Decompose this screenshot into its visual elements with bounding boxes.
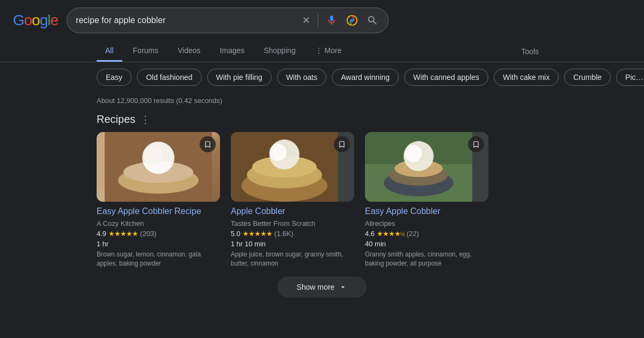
section-menu-icon[interactable]: ⋮: [141, 114, 150, 126]
stars-3: ★★★★½: [377, 230, 404, 238]
filter-chips: Easy Old fashioned With pie filling With…: [0, 62, 644, 92]
card-image-2: [231, 132, 354, 202]
chip-canned-apples[interactable]: With canned apples: [404, 69, 488, 86]
chip-easy[interactable]: Easy: [97, 69, 131, 86]
search-icon: [367, 14, 378, 26]
bookmark-icon-1: [204, 141, 211, 148]
show-more-label: Show more: [297, 283, 335, 291]
bookmark-button-3[interactable]: [468, 136, 484, 152]
show-more-button[interactable]: Show more: [277, 276, 367, 298]
recipe-card-1[interactable]: Easy Apple Cobbler Recipe A Cozy Kitchen…: [97, 132, 220, 268]
svg-point-18: [405, 145, 422, 162]
tab-shopping[interactable]: Shopping: [255, 41, 304, 62]
card-time-2: 1 hr 10 min: [231, 240, 354, 248]
card-source-1: A Cozy Kitchen: [97, 219, 220, 227]
show-more-row: Show more: [97, 276, 547, 303]
bookmark-icon-2: [338, 141, 346, 148]
results-count: About 12,900,000 results (0.42 seconds): [0, 94, 644, 107]
lens-icon: [346, 14, 358, 26]
chip-more[interactable]: Pic…: [616, 69, 644, 86]
bookmark-button-1[interactable]: [200, 136, 216, 152]
rating-count-1: (203): [140, 230, 156, 238]
section-title: Recipes: [97, 113, 135, 126]
header: Google ✕: [0, 0, 644, 41]
microphone-icon: [326, 14, 338, 26]
tab-more[interactable]: ⋮ More: [306, 41, 350, 62]
card-title-1[interactable]: Easy Apple Cobbler Recipe: [97, 206, 220, 217]
card-ingredients-1: Brown sugar, lemon, cinnamon, gala apple…: [97, 250, 220, 268]
lens-button[interactable]: [345, 13, 359, 27]
card-ingredients-2: Apple juice, brown sugar, granny smith, …: [231, 250, 354, 268]
recipe-card-3[interactable]: Easy Apple Cobbler Allrecipes 4.6 ★★★★½ …: [365, 132, 488, 268]
card-title-2[interactable]: Apple Cobbler: [231, 206, 354, 217]
clear-button[interactable]: ✕: [301, 13, 311, 27]
svg-point-5: [143, 146, 163, 165]
chip-crumble[interactable]: Crumble: [564, 69, 611, 86]
svg-point-11: [269, 144, 287, 161]
chip-old-fashioned[interactable]: Old fashioned: [137, 69, 201, 86]
voice-search-button[interactable]: [325, 13, 339, 27]
recipes-section: Recipes ⋮: [0, 107, 644, 303]
stars-1: ★★★★★: [108, 230, 138, 238]
card-rating-2: 5.0 ★★★★★ (1.6K): [231, 230, 354, 238]
tab-tools[interactable]: Tools: [513, 42, 547, 61]
chip-award-winning[interactable]: Award winning: [332, 69, 399, 86]
google-logo: Google: [13, 12, 58, 29]
card-time-1: 1 hr: [97, 240, 220, 248]
card-rating-1: 4.9 ★★★★★ (203): [97, 230, 220, 238]
card-source-3: Allrecipes: [365, 219, 488, 227]
card-source-2: Tastes Better From Scratch: [231, 219, 354, 227]
card-ingredients-3: Granny smith apples, cinnamon, egg, baki…: [365, 250, 488, 268]
card-rating-3: 4.6 ★★★★½ (22): [365, 230, 488, 238]
bookmark-button-2[interactable]: [334, 136, 350, 152]
section-header: Recipes ⋮: [97, 113, 547, 126]
rating-count-2: (1.6K): [274, 230, 293, 238]
tab-forums[interactable]: Forums: [125, 41, 167, 62]
chip-oats[interactable]: With oats: [277, 69, 326, 86]
recipe-cards: Easy Apple Cobbler Recipe A Cozy Kitchen…: [97, 132, 547, 268]
search-input[interactable]: [76, 16, 296, 25]
search-submit-button[interactable]: [365, 13, 379, 27]
rating-count-3: (22): [406, 230, 419, 238]
tab-videos[interactable]: Videos: [169, 41, 209, 62]
chip-cake-mix[interactable]: With cake mix: [494, 69, 559, 86]
search-bar: ✕: [67, 8, 389, 33]
recipe-card-2[interactable]: Apple Cobbler Tastes Better From Scratch…: [231, 132, 354, 268]
chevron-down-icon: [339, 283, 347, 291]
search-divider: [318, 14, 318, 27]
tab-images[interactable]: Images: [211, 41, 253, 62]
card-image-1: [97, 132, 220, 202]
card-image-3: [365, 132, 488, 202]
nav-tabs: All Forums Videos Images Shopping ⋮ More…: [0, 41, 644, 62]
card-time-3: 40 min: [365, 240, 488, 248]
search-icons: ✕: [301, 13, 379, 27]
chip-pie-filling[interactable]: With pie filling: [207, 69, 272, 86]
tab-all[interactable]: All: [97, 41, 122, 62]
bookmark-icon-3: [472, 141, 480, 148]
card-title-3[interactable]: Easy Apple Cobbler: [365, 206, 488, 217]
stars-2: ★★★★★: [243, 230, 272, 238]
